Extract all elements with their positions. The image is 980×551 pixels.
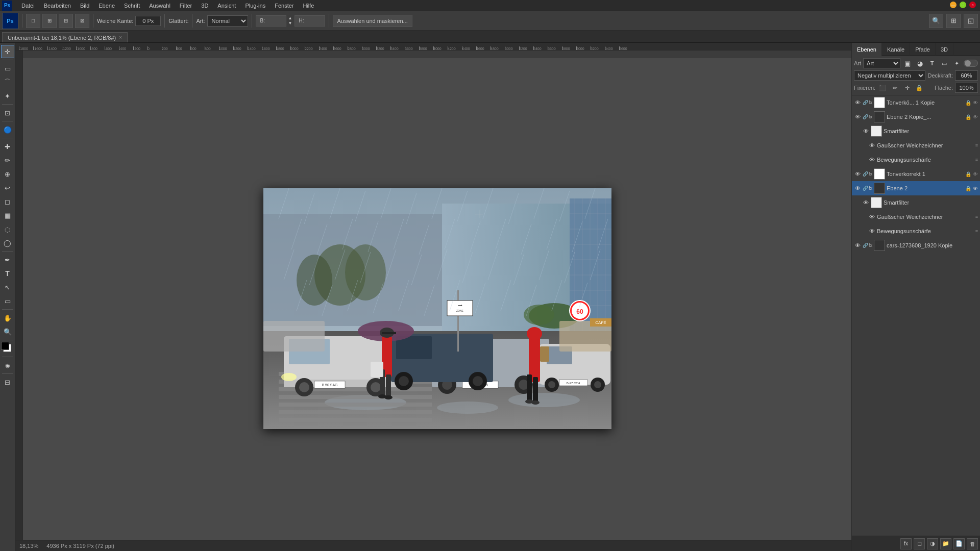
workspace-icon-btn[interactable]: ⊞ (946, 14, 961, 28)
canvas-viewport[interactable]: B 50 SAG B 076825 (23, 58, 851, 551)
history-brush-tool-btn[interactable]: ↩ (1, 181, 14, 194)
opacity-input[interactable] (955, 70, 978, 81)
filter-pixel-icon-btn[interactable]: ▣ (902, 58, 913, 68)
lock-all-btn[interactable]: 🔒 (914, 83, 924, 93)
blur-tool-btn[interactable]: ◌ (1, 222, 14, 236)
window-controls[interactable]: — □ × (950, 2, 976, 8)
magic-wand-tool-btn[interactable]: ✦ (1, 89, 14, 103)
brush-tool-btn[interactable]: ✏ (1, 154, 14, 167)
minimize-button[interactable]: — (950, 2, 957, 8)
menu-datei[interactable]: Datei (17, 2, 39, 10)
layer-adjustment-button[interactable]: ◑ (927, 538, 938, 549)
layer-item-cars-kopie[interactable]: 👁 🔗 fx cars-1273608_1920 Kopie (852, 238, 980, 253)
art-select[interactable]: Normal Fixiert Verhältnis Größe (207, 15, 248, 27)
soft-edge-input[interactable] (135, 16, 161, 26)
quick-mask-btn[interactable]: ◉ (1, 359, 14, 372)
arrow-down[interactable]: ▼ (288, 21, 292, 26)
layer-item-ebene2[interactable]: 👁 🔗 fx Ebene 2 🔒 👁 (852, 181, 980, 195)
tab-close-btn[interactable]: × (119, 35, 122, 40)
menu-fenster[interactable]: Fenster (271, 2, 298, 10)
tab-kanaele[interactable]: Kanäle (882, 43, 910, 56)
menu-filter[interactable]: Filter (176, 2, 196, 10)
path-select-tool-btn[interactable]: ↖ (1, 281, 14, 294)
filter-type-select[interactable]: Art Name Effekt (863, 58, 900, 68)
dodge-tool-btn[interactable]: ◯ (1, 236, 14, 249)
shape-tool-btn[interactable]: ▭ (1, 294, 14, 308)
filter-adjust-icon-btn[interactable]: ◕ (915, 58, 925, 68)
blend-mode-select[interactable]: Negativ multiplizieren Normal Aufhellen … (854, 70, 925, 81)
menu-bild[interactable]: Bild (76, 2, 93, 10)
arrow-up[interactable]: ▲ (288, 16, 292, 21)
visibility-eye-bewegung1[interactable]: 👁 (868, 156, 875, 163)
filter-shape-icon-btn[interactable]: ▭ (939, 58, 949, 68)
close-button[interactable]: × (969, 2, 976, 8)
width-input[interactable] (265, 18, 283, 23)
layer-item-tonverk1[interactable]: 👁 🔗 fx Tonverkorrekt 1 🔒 👁 (852, 167, 980, 181)
menu-plugins[interactable]: Plug-ins (241, 2, 270, 10)
arrange-icon-btn[interactable]: ◱ (964, 14, 978, 28)
layer-new-button[interactable]: 📄 (953, 538, 965, 549)
tab-pfade[interactable]: Pfade (910, 43, 936, 56)
select-mask-button[interactable]: Auswählen und maskieren... (333, 15, 412, 27)
rectangle-select-tool-btn[interactable]: ▭ (1, 62, 14, 75)
menu-schrift[interactable]: Schrift (120, 2, 144, 10)
gradient-tool-btn[interactable]: ▦ (1, 209, 14, 222)
add-selection-btn[interactable]: ⊞ (42, 14, 57, 28)
visibility-eye-cars[interactable]: 👁 (854, 242, 861, 249)
move-tool-btn[interactable]: ✛ (1, 45, 14, 58)
hand-tool-btn[interactable]: ✋ (1, 311, 14, 324)
healing-tool-btn[interactable]: ✚ (1, 140, 14, 153)
search-icon-btn[interactable]: 🔍 (929, 14, 943, 28)
document-tab[interactable]: Unbenannt-1 bei 18,1% (Ebene 2, RGB/8#) … (2, 32, 128, 42)
menu-bearbeiten[interactable]: Bearbeiten (40, 2, 75, 10)
layer-item-tonverk-kopie[interactable]: 👁 🔗 fx Tonverkö... 1 Kopie 🔒 👁 (852, 95, 980, 110)
filter-toggle[interactable] (964, 60, 978, 67)
layer-item-gauss2[interactable]: 👁 Gaußscher Weichzeichner ≡ (852, 210, 980, 224)
layer-item-smartfilter1[interactable]: 👁 Smartfilter (852, 124, 980, 138)
crop-tool-btn[interactable]: ⊡ (1, 106, 14, 119)
layer-mask-button[interactable]: ◻ (914, 538, 925, 549)
screen-mode-btn[interactable]: ⊟ (1, 375, 14, 389)
filter-text-icon-btn[interactable]: T (927, 58, 937, 68)
subtract-selection-btn[interactable]: ⊟ (59, 14, 73, 28)
height-input-btn[interactable]: H: (295, 15, 325, 27)
visibility-eye-tonverk1[interactable]: 👁 (854, 170, 861, 178)
layer-item-gauss1[interactable]: 👁 Gaußscher Weichzeichner ≡ (852, 138, 980, 153)
width-input-btn[interactable]: B: (256, 15, 286, 27)
clone-tool-btn[interactable]: ⊕ (1, 167, 14, 181)
layer-delete-button[interactable]: 🗑 (967, 538, 978, 549)
height-input[interactable] (304, 18, 322, 23)
pen-tool-btn[interactable]: ✒ (1, 253, 14, 266)
maximize-button[interactable]: □ (960, 2, 966, 8)
layer-item-ebene2-kopie[interactable]: 👁 🔗 fx Ebene 2 Kopie_... 🔒 👁 (852, 110, 980, 124)
visibility-eye-sf2[interactable]: 👁 (862, 199, 869, 206)
new-selection-btn[interactable]: □ (26, 14, 40, 28)
menu-ansicht[interactable]: Ansicht (213, 2, 240, 10)
lasso-tool-btn[interactable]: ⌒ (1, 76, 14, 89)
home-button[interactable]: Ps (2, 13, 18, 29)
filter-smart-icon-btn[interactable]: ✦ (951, 58, 962, 68)
visibility-eye-tonverk-kopie[interactable]: 👁 (854, 99, 861, 106)
foreground-color-swatch[interactable] (1, 342, 9, 350)
lock-position-btn[interactable]: ✛ (902, 83, 912, 93)
layer-item-bewegung1[interactable]: 👁 Bewegungsunschärfe ≡ (852, 153, 980, 167)
menu-3d[interactable]: 3D (197, 2, 212, 10)
lock-paint-btn[interactable]: ✏ (890, 83, 900, 93)
eraser-tool-btn[interactable]: ◻ (1, 195, 14, 208)
visibility-eye-ebene2-kopie[interactable]: 👁 (854, 113, 861, 120)
intersect-selection-btn[interactable]: ⊠ (75, 14, 89, 28)
color-swatches[interactable] (1, 342, 14, 355)
menu-hilfe[interactable]: Hilfe (299, 2, 318, 10)
layer-item-bewegung2[interactable]: 👁 Bewegungsunschärfe ≡ (852, 224, 980, 238)
layer-fx-button[interactable]: fx (900, 538, 912, 549)
eyedropper-tool-btn[interactable]: 🔵 (1, 123, 14, 136)
menu-ebene[interactable]: Ebene (94, 2, 119, 10)
lock-pixel-btn[interactable]: ⬛ (877, 83, 888, 93)
text-tool-btn[interactable]: T (1, 267, 14, 280)
visibility-eye-gauss2[interactable]: 👁 (868, 213, 875, 220)
layer-item-smartfilter2[interactable]: 👁 Smartfilter (852, 195, 980, 210)
tab-ebenen[interactable]: Ebenen (852, 43, 882, 56)
canvas-image[interactable]: B 50 SAG B 076825 (263, 188, 611, 429)
zoom-tool-btn[interactable]: 🔍 (1, 325, 14, 338)
fill-input[interactable] (955, 83, 978, 93)
